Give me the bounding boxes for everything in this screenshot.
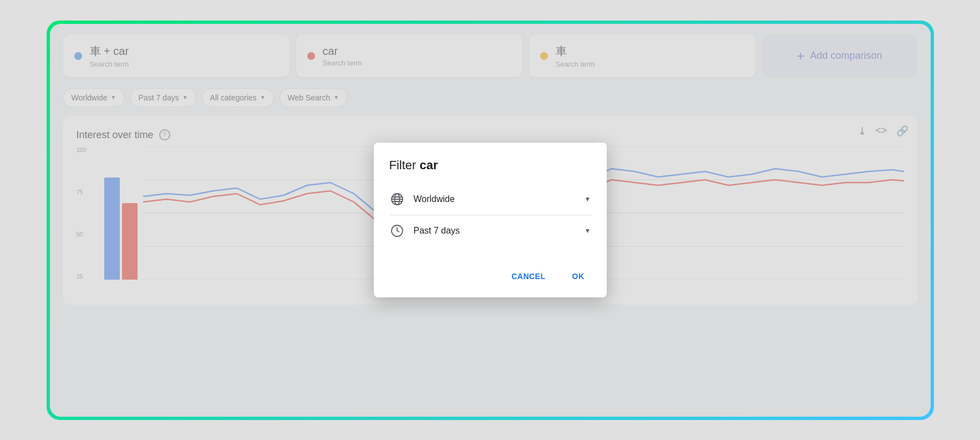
time-value: Past 7 days: [414, 226, 460, 236]
filter-dialog: Filter car: [374, 143, 607, 297]
dialog-field-location[interactable]: Worldwide ▼: [389, 184, 591, 215]
dialog-header: Filter car: [374, 143, 607, 184]
dialog-title-prefix: Filter: [389, 158, 420, 172]
location-value: Worldwide: [414, 194, 455, 204]
dialog-title-bold: car: [420, 158, 438, 172]
time-select[interactable]: Past 7 days ▼: [414, 226, 591, 236]
dialog-footer: CANCEL OK: [374, 257, 607, 297]
clock-icon: [389, 223, 405, 239]
globe-icon: [389, 191, 405, 207]
inner-container: 車 + car Search term car Search term 車 Se…: [50, 24, 931, 417]
outer-wrapper: 車 + car Search term car Search term 車 Se…: [47, 21, 934, 420]
dialog-overlay: Filter car: [50, 24, 931, 417]
ok-button[interactable]: OK: [561, 266, 596, 286]
chevron-down-icon-dialog-time: ▼: [585, 227, 591, 235]
cancel-button[interactable]: CANCEL: [500, 266, 556, 286]
dialog-field-time[interactable]: Past 7 days ▼: [389, 215, 591, 246]
location-select[interactable]: Worldwide ▼: [414, 194, 591, 204]
dialog-body: Worldwide ▼ Past 7 day: [374, 184, 607, 257]
dialog-title: Filter car: [389, 158, 591, 173]
chevron-down-icon-dialog-location: ▼: [585, 195, 591, 203]
